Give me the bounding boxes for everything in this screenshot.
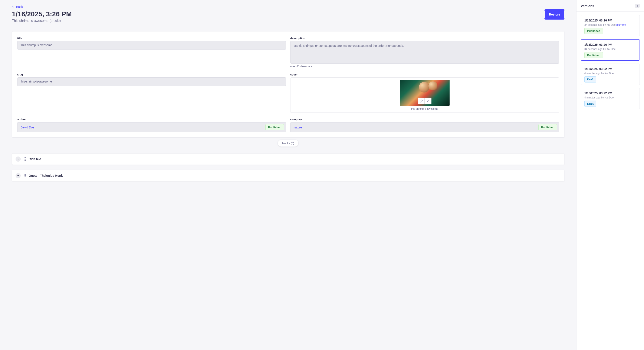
version-date: 1/16/2025, 03:26 PM xyxy=(584,43,636,46)
version-status-badge: Draft xyxy=(584,76,596,82)
versions-list: 1/16/2025, 03:26 PM34 seconds ago by Kai… xyxy=(576,12,644,116)
category-link[interactable]: nature xyxy=(294,126,302,129)
current-label: (current) xyxy=(616,23,626,26)
version-card[interactable]: 1/16/2025, 03:26 PM34 seconds ago by Kai… xyxy=(581,39,640,61)
author-status-badge: Published xyxy=(265,124,284,130)
version-date: 1/16/2025, 03:22 PM xyxy=(584,67,636,71)
back-label: Back xyxy=(16,5,23,8)
field-cover: cover this-shrimp-is-awesome xyxy=(290,73,559,113)
version-card[interactable]: 1/16/2025, 03:22 PM4 minutes ago by Kai … xyxy=(581,64,640,85)
collapse-button[interactable] xyxy=(16,173,21,178)
field-description: description Mantis shrimps, or stomatopo… xyxy=(290,37,559,68)
caret-down-icon xyxy=(17,175,19,176)
page-title: 1/16/2025, 3:26 PM xyxy=(12,10,72,18)
version-meta: 34 seconds ago by Kai Doe (current) xyxy=(584,23,636,26)
connector-line xyxy=(288,165,288,170)
drag-handle-icon[interactable] xyxy=(24,157,26,161)
arrow-left-icon xyxy=(12,5,14,8)
blocks-count-pill: blocks (5) xyxy=(278,140,298,147)
page-subtitle: This shrimp is awesome (article) xyxy=(12,19,72,23)
version-meta: 4 minutes ago by Kai Doe xyxy=(584,72,636,75)
title-label: title xyxy=(17,37,286,40)
slug-label: slug xyxy=(17,73,286,76)
slug-input: this-shrimp-is-awesome xyxy=(17,77,286,86)
block-title: Quote - Thelonius Monk xyxy=(29,174,62,177)
version-date: 1/16/2025, 03:22 PM xyxy=(584,91,636,95)
cover-caption: this-shrimp-is-awesome xyxy=(411,107,438,110)
pencil-icon xyxy=(426,100,430,103)
main-content: Back 1/16/2025, 3:26 PM This shrimp is a… xyxy=(0,0,576,350)
cover-label: cover xyxy=(290,73,559,76)
version-status-badge: Published xyxy=(584,52,603,58)
cover-image xyxy=(400,80,450,106)
version-meta: 4 minutes ago by Kai Doe xyxy=(584,96,636,99)
back-link[interactable]: Back xyxy=(12,5,23,8)
drag-handle-icon[interactable] xyxy=(24,174,26,177)
versions-title: Versions xyxy=(581,4,594,8)
author-label: author xyxy=(17,118,286,121)
caret-down-icon xyxy=(17,159,19,160)
versions-count: 4 xyxy=(635,4,640,8)
version-card[interactable]: 1/16/2025, 03:22 PM4 minutes ago by Kai … xyxy=(581,88,640,109)
author-link[interactable]: David Doe xyxy=(20,126,34,129)
restore-button[interactable]: Restore xyxy=(545,10,564,19)
blocks-section: blocks (5) Rich text Quote - Thelonius M… xyxy=(12,144,564,181)
title-input: This shrimp is awesome xyxy=(17,41,286,49)
collapse-button[interactable] xyxy=(16,157,21,162)
cover-box: this-shrimp-is-awesome xyxy=(290,77,559,113)
description-help: max. 80 characters xyxy=(290,65,559,68)
author-relation: David Doe Published xyxy=(17,122,286,132)
category-relation: nature Published xyxy=(290,122,559,132)
field-author: author David Doe Published xyxy=(17,118,286,132)
description-label: description xyxy=(290,37,559,40)
block-row[interactable]: Quote - Thelonius Monk xyxy=(12,170,564,181)
cover-link-button[interactable] xyxy=(418,98,425,104)
field-title: title This shrimp is awesome xyxy=(17,37,286,68)
form-card: title This shrimp is awesome description… xyxy=(12,31,564,138)
versions-header: Versions 4 xyxy=(576,0,644,12)
cover-actions xyxy=(418,98,432,104)
version-card[interactable]: 1/16/2025, 03:26 PM34 seconds ago by Kai… xyxy=(581,15,640,36)
cover-edit-button[interactable] xyxy=(425,98,432,104)
category-status-badge: Published xyxy=(538,124,557,130)
description-input: Mantis shrimps, or stomatopods, are mari… xyxy=(290,41,559,64)
versions-panel: Versions 4 1/16/2025, 03:26 PM34 seconds… xyxy=(576,0,644,350)
version-status-badge: Published xyxy=(584,28,603,34)
category-label: category xyxy=(290,118,559,121)
version-date: 1/16/2025, 03:26 PM xyxy=(584,19,636,22)
field-category: category nature Published xyxy=(290,118,559,132)
version-status-badge: Draft xyxy=(584,101,596,107)
version-meta: 34 seconds ago by Kai Doe xyxy=(584,48,636,51)
link-icon xyxy=(420,100,423,103)
block-title: Rich text xyxy=(29,157,41,161)
field-slug: slug this-shrimp-is-awesome xyxy=(17,73,286,113)
page-header: 1/16/2025, 3:26 PM This shrimp is awesom… xyxy=(12,10,564,23)
block-row[interactable]: Rich text xyxy=(12,153,564,165)
